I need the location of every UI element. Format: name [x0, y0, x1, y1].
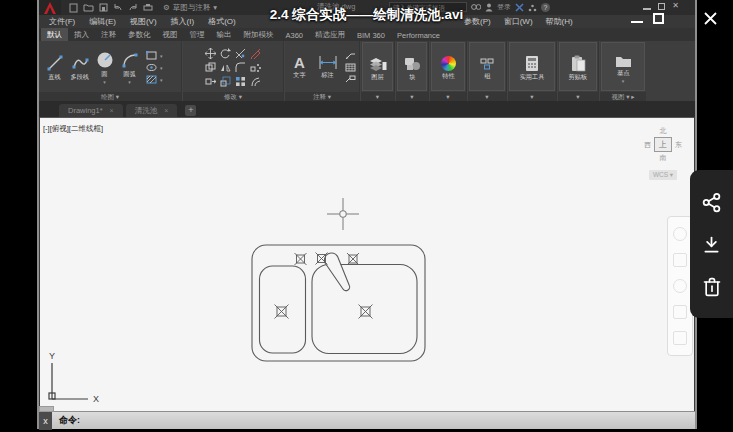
viewcube-top-face[interactable]: 上 [654, 137, 672, 152]
chevron-down-icon[interactable]: ▾ [160, 66, 163, 70]
chevron-down-icon: ▾ [116, 93, 119, 100]
table-tool-icon[interactable] [345, 63, 356, 72]
drain-symbol [359, 305, 373, 319]
trim-tool-icon[interactable] [235, 48, 246, 59]
video-restore-icon[interactable] [653, 13, 664, 24]
layers-panel-expander[interactable]: ▾ [361, 92, 394, 101]
ribbon-tab[interactable]: A360 [280, 29, 310, 41]
document-tab[interactable]: 清洗池 × [126, 104, 178, 117]
command-prompt[interactable]: 命令: [59, 414, 80, 427]
command-close-button[interactable]: x [39, 412, 52, 430]
tab-close-icon[interactable]: × [110, 107, 114, 114]
mirror-tool-icon[interactable] [220, 62, 231, 73]
tool-text[interactable]: A 文字 [289, 55, 311, 80]
view-panel-label[interactable]: 视图 ▾ ▸ [600, 92, 646, 101]
download-icon[interactable] [701, 234, 722, 255]
tool-dimension[interactable]: 标注 [315, 55, 341, 80]
chevron-down-icon[interactable]: ▾ [160, 78, 163, 82]
leader-tool-icon[interactable] [345, 52, 356, 60]
document-tab[interactable]: Drawing1* × [59, 104, 123, 117]
ribbon-tab[interactable]: 附加模块 [238, 28, 280, 41]
hatch-tool-icon[interactable] [146, 75, 157, 84]
block-button[interactable]: 块 [401, 54, 423, 82]
viewcube-north[interactable]: 北 [660, 126, 667, 136]
ribbon-tab[interactable]: 视图 [157, 28, 184, 41]
array-tool-icon[interactable] [235, 76, 246, 87]
new-tab-button[interactable]: + [185, 105, 196, 116]
group-button[interactable]: 组 [473, 55, 501, 81]
ribbon-tab[interactable]: 精选应用 [309, 28, 351, 41]
video-close-icon[interactable] [703, 11, 718, 26]
ribbon-tab[interactable]: BIM 360 [351, 29, 391, 41]
ribbon: 直线 多段线 圆 ▾ 圆弧 ▾ [39, 41, 695, 101]
knob-symbols [275, 253, 373, 319]
clipboard-button[interactable]: 剪贴板 [563, 53, 593, 82]
erase-tool-icon[interactable] [250, 48, 261, 59]
ribbon-tab[interactable]: 输出 [211, 28, 238, 41]
viewcube-east[interactable]: 东 [675, 140, 682, 150]
share-icon[interactable] [701, 192, 722, 213]
viewcube-west[interactable]: 西 [644, 140, 651, 150]
stretch-tool-icon[interactable] [205, 76, 216, 87]
ribbon-tab[interactable]: 注释 [95, 28, 122, 41]
layers-button[interactable]: 图层 [366, 54, 389, 82]
chevron-down-icon[interactable]: ▾ [103, 80, 106, 84]
tool-circle[interactable]: 圆 ▾ [92, 51, 117, 84]
steering-icon[interactable] [673, 331, 687, 345]
properties-panel-expander[interactable]: ▾ [430, 92, 466, 101]
video-minimize-icon[interactable] [631, 21, 643, 23]
utilities-button[interactable]: 实用工具 [513, 53, 551, 82]
ribbon-tab[interactable]: 默认 [41, 28, 68, 41]
autocad-window: ⚙ 草图与注释 ▾ 清洗池.dwg 键入关键字或短语 登录 ? ✕ [37, 0, 697, 429]
zoom-icon[interactable] [673, 279, 687, 293]
wcs-dropdown[interactable]: WCS ▾ [649, 170, 677, 180]
utilities-panel-expander[interactable]: ▾ [508, 92, 556, 101]
draw-panel-label[interactable]: 绘图 ▾ [39, 92, 181, 101]
basepoint-button[interactable]: 基点 ▾ [605, 52, 641, 83]
pan-icon[interactable] [673, 253, 687, 267]
rectangle-tool-icon[interactable] [146, 51, 157, 60]
chevron-down-icon: ▾ [376, 93, 379, 100]
orbit-icon[interactable] [673, 305, 687, 319]
rotate-tool-icon[interactable] [220, 48, 231, 59]
copy-tool-icon[interactable] [205, 62, 216, 73]
explode-tool-icon[interactable] [250, 62, 261, 73]
drawing-canvas[interactable]: [-][俯视][二维线框] [40, 117, 694, 411]
annotate-panel-label[interactable]: 注释 ▾ [285, 92, 359, 101]
ribbon-tab[interactable]: 管理 [184, 28, 211, 41]
clipboard-panel-expander[interactable]: ▾ [558, 92, 598, 101]
trash-icon[interactable] [702, 277, 722, 297]
chevron-down-icon[interactable]: ▾ [622, 79, 625, 83]
group-icon [479, 57, 495, 71]
ribbon-tab[interactable]: 插入 [68, 28, 95, 41]
fillet-tool-icon[interactable] [235, 62, 246, 73]
chevron-down-icon[interactable]: ▾ [128, 80, 131, 84]
chevron-down-icon[interactable]: ▾ [160, 54, 163, 58]
tool-polyline[interactable]: 多段线 [67, 54, 92, 82]
tool-arc[interactable]: 圆弧 ▾ [117, 51, 142, 84]
ellipse-tool-icon[interactable] [146, 63, 157, 72]
full-nav-wheel-icon[interactable] [673, 227, 687, 241]
tool-line[interactable]: 直线 [42, 54, 67, 82]
ribbon-tab[interactable]: Performance [391, 29, 446, 41]
tab-close-icon[interactable]: × [164, 107, 168, 114]
scale-tool-icon[interactable] [220, 76, 231, 87]
mleader-tool-icon[interactable] [345, 75, 356, 83]
viewcube[interactable]: 北 西 上 东 南 WCS ▾ [642, 126, 684, 180]
group-panel-expander[interactable]: ▾ [468, 92, 506, 101]
move-tool-icon[interactable] [205, 48, 216, 59]
command-grip[interactable] [39, 406, 54, 412]
arc-icon [121, 51, 139, 69]
modify-panel-label[interactable]: 修改 ▾ [183, 92, 283, 101]
chevron-down-icon: ▾ [576, 93, 579, 100]
block-panel-expander[interactable]: ▾ [396, 92, 428, 101]
viewcube-south[interactable]: 南 [660, 153, 667, 163]
panel-draw: 直线 多段线 圆 ▾ 圆弧 ▾ [39, 41, 181, 101]
panel-group: 组 ▾ [468, 41, 506, 101]
chevron-down-icon: ▾ [410, 93, 413, 100]
command-line[interactable]: x 命令: [39, 411, 695, 429]
offset-tool-icon[interactable] [250, 76, 261, 87]
properties-button[interactable]: 特性 [435, 54, 461, 81]
chevron-down-icon: ▾ [239, 93, 242, 100]
ribbon-tab[interactable]: 参数化 [122, 28, 157, 41]
